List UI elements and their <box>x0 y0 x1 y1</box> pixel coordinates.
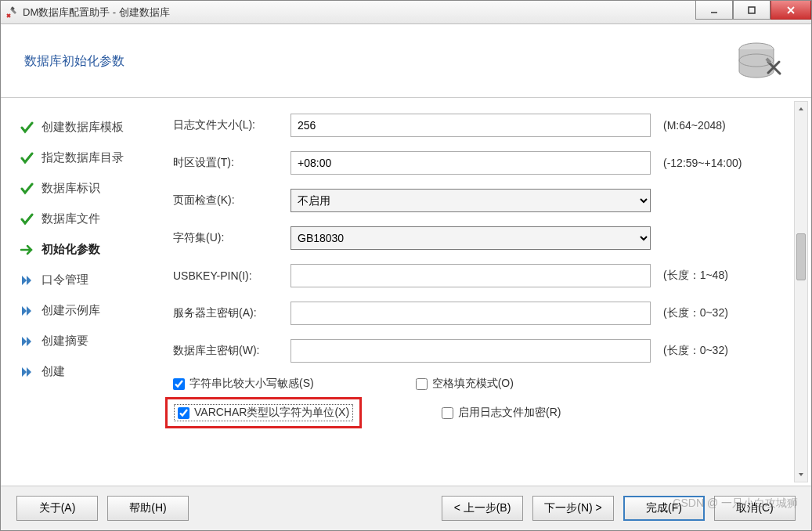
check-case-sensitive[interactable]: 字符串比较大小写敏感(S) <box>173 377 314 391</box>
label-charset: 字符集(U): <box>173 231 283 245</box>
close-button[interactable] <box>770 1 811 20</box>
svg-rect-2 <box>749 7 755 13</box>
step-sample-db[interactable]: 创建示例库 <box>20 295 157 326</box>
check-label: 字符串比较大小写敏感(S) <box>189 377 314 391</box>
check-log-encrypt[interactable]: 启用日志文件加密(R) <box>442 397 561 428</box>
scroll-thumb[interactable] <box>796 233 806 280</box>
hint-db-key: (长度：0~32) <box>663 344 728 358</box>
titlebar: DM数据库配置助手 - 创建数据库 <box>1 1 811 24</box>
check-icon <box>20 121 34 135</box>
row-usbkey: USBKEY-PIN(I): (长度：1~48) <box>173 264 781 287</box>
about-button[interactable]: 关于(A) <box>16 496 98 521</box>
step-label: 创建摘要 <box>42 334 88 349</box>
help-button[interactable]: 帮助(H) <box>107 496 189 521</box>
highlight-varchar-char: VARCHAR类型以字符为单位(X) <box>165 397 362 428</box>
step-label: 口令管理 <box>42 273 88 287</box>
maximize-button[interactable] <box>733 1 770 20</box>
window-title: DM数据库配置助手 - 创建数据库 <box>23 5 695 20</box>
step-init-params[interactable]: 初始化参数 <box>20 234 157 265</box>
window-controls <box>695 5 811 20</box>
wizard-footer: 关于(A) 帮助(H) < 上一步(B) 下一步(N) > 完成(F) 取消(C… <box>1 486 811 530</box>
hint-server-key: (长度：0~32) <box>663 306 728 320</box>
step-db-files[interactable]: 数据库文件 <box>20 204 157 234</box>
step-label: 数据库标识 <box>42 181 100 196</box>
row-timezone: 时区设置(T): (-12:59~+14:00) <box>173 151 781 175</box>
step-label: 创建数据库模板 <box>42 120 124 135</box>
step-db-directory[interactable]: 指定数据库目录 <box>20 143 157 173</box>
select-page-check[interactable]: 不启用 <box>291 189 651 212</box>
next-button[interactable]: 下一步(N) > <box>532 496 614 521</box>
input-db-key[interactable] <box>291 339 651 363</box>
hint-log-size: (M:64~2048) <box>663 119 726 132</box>
check-icon <box>20 151 34 165</box>
input-log-size[interactable] <box>291 114 651 137</box>
row-db-key: 数据库主密钥(W): (长度：0~32) <box>173 339 781 363</box>
check-label: 空格填充模式(O) <box>432 377 514 391</box>
checkbox-row-1: 字符串比较大小写敏感(S) 空格填充模式(O) <box>173 377 781 391</box>
checkbox-varchar-char[interactable] <box>178 407 189 419</box>
label-timezone: 时区设置(T): <box>173 156 283 170</box>
app-window: DM数据库配置助手 - 创建数据库 数据库初始化参数 创建数据库模板 <box>0 0 812 531</box>
prev-button[interactable]: < 上一步(B) <box>442 496 523 521</box>
wizard-steps: 创建数据库模板 指定数据库目录 数据库标识 数据库文件 初始化参数 口令管理 <box>1 98 165 486</box>
hint-timezone: (-12:59~+14:00) <box>663 157 742 169</box>
label-usbkey: USBKEY-PIN(I): <box>173 269 283 282</box>
check-varchar-char[interactable]: VARCHAR类型以字符为单位(X) <box>174 404 353 421</box>
init-params-form: 日志文件大小(L): (M:64~2048) 时区设置(T): (-12:59~… <box>165 98 789 436</box>
database-icon <box>733 40 788 83</box>
forward-icon <box>20 365 34 379</box>
step-label: 指定数据库目录 <box>42 150 124 165</box>
label-log-size: 日志文件大小(L): <box>173 118 283 132</box>
app-icon <box>5 6 18 19</box>
check-icon <box>20 182 34 196</box>
checkbox-blank-pad[interactable] <box>416 378 428 390</box>
row-server-key: 服务器主密钥(A): (长度：0~32) <box>173 302 781 325</box>
step-summary[interactable]: 创建摘要 <box>20 326 157 356</box>
step-password[interactable]: 口令管理 <box>20 265 157 295</box>
step-label: 创建 <box>42 364 65 379</box>
step-label: 创建示例库 <box>42 303 100 318</box>
label-server-key: 服务器主密钥(A): <box>173 306 283 320</box>
input-timezone[interactable] <box>291 151 651 175</box>
forward-icon <box>20 273 34 287</box>
step-label: 数据库文件 <box>42 211 100 226</box>
content-panel: 日志文件大小(L): (M:64~2048) 时区设置(T): (-12:59~… <box>165 98 811 486</box>
row-log-size: 日志文件大小(L): (M:64~2048) <box>173 114 781 137</box>
scroll-up-arrow-icon[interactable] <box>795 102 807 116</box>
input-usbkey[interactable] <box>291 264 651 287</box>
check-blank-pad[interactable]: 空格填充模式(O) <box>416 377 514 391</box>
step-create-template[interactable]: 创建数据库模板 <box>20 112 157 143</box>
select-charset[interactable]: GB18030 <box>291 226 651 250</box>
label-db-key: 数据库主密钥(W): <box>173 344 283 358</box>
check-label: VARCHAR类型以字符为单位(X) <box>194 406 349 420</box>
finish-button[interactable]: 完成(F) <box>623 496 705 521</box>
check-label: 启用日志文件加密(R) <box>458 406 561 420</box>
page-header: 数据库初始化参数 <box>1 24 811 98</box>
vertical-scrollbar[interactable] <box>794 101 808 482</box>
step-db-identity[interactable]: 数据库标识 <box>20 173 157 204</box>
row-page-check: 页面检查(K): 不启用 <box>173 189 781 212</box>
checkbox-log-encrypt[interactable] <box>442 407 453 419</box>
step-label: 初始化参数 <box>42 242 100 257</box>
input-server-key[interactable] <box>291 302 651 325</box>
label-page-check: 页面检查(K): <box>173 193 283 208</box>
main-area: 创建数据库模板 指定数据库目录 数据库标识 数据库文件 初始化参数 口令管理 <box>1 98 811 486</box>
step-create[interactable]: 创建 <box>20 356 157 387</box>
scroll-down-arrow-icon[interactable] <box>795 468 807 482</box>
forward-icon <box>20 304 34 318</box>
check-icon <box>20 212 34 226</box>
minimize-button[interactable] <box>695 1 733 20</box>
scroll-track[interactable] <box>795 116 807 468</box>
arrow-right-icon <box>20 243 34 257</box>
cancel-button[interactable]: 取消(C) <box>714 496 796 521</box>
page-title: 数据库初始化参数 <box>24 53 733 70</box>
checkbox-row-2: VARCHAR类型以字符为单位(X) 启用日志文件加密(R) <box>173 397 781 428</box>
checkbox-case-sensitive[interactable] <box>173 378 185 390</box>
forward-icon <box>20 334 34 349</box>
row-charset: 字符集(U): GB18030 <box>173 226 781 250</box>
hint-usbkey: (长度：1~48) <box>663 269 728 283</box>
